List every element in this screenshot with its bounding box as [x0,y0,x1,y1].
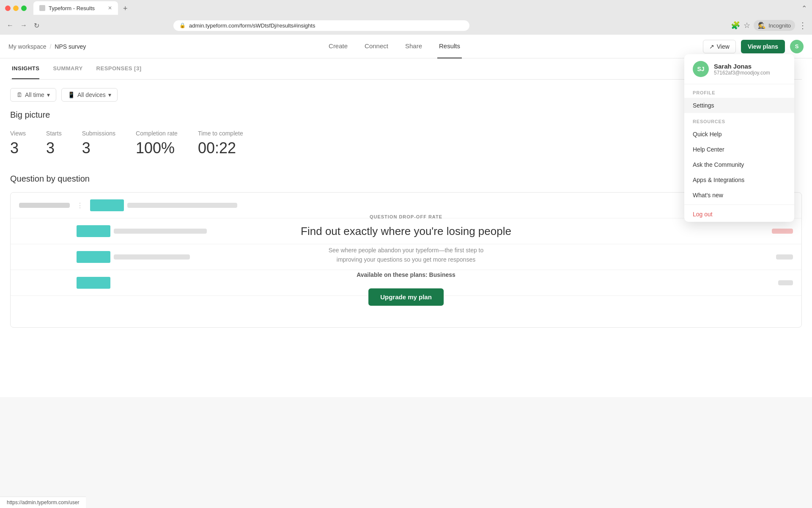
device-filter[interactable]: 📱 All devices ▾ [61,88,118,102]
forward-button[interactable]: → [19,20,29,31]
filters-row: 🗓 All time ▾ 📱 All devices ▾ [10,80,802,110]
nav-share[interactable]: Share [403,35,424,58]
qbq-dots-icon: ⋮ [77,202,83,210]
incognito-icon: 🕵️ [758,22,766,29]
tab-insights[interactable]: INSIGHTS [12,58,39,79]
browser-tabs: Typeform - Results ✕ + [33,1,131,15]
breadcrumb-home[interactable]: My workspace [8,43,46,50]
big-picture-section: Big picture Views 3 Starts 3 Submissions… [10,110,802,157]
qbq-gray-bar-3 [114,254,190,260]
lock-icon: 🔒 [179,22,186,28]
view-label: View [717,43,730,50]
time-filter[interactable]: 🗓 All time ▾ [10,88,56,102]
stat-completion: Completion rate 100% [136,130,178,157]
stat-starts: Starts 3 [46,130,62,157]
bookmark-icon[interactable]: ☆ [743,21,750,30]
overlay-title: Find out exactly where you're losing peo… [301,224,511,239]
header-actions: ↗ View View plans S [703,40,804,53]
incognito-label: Incognito [768,22,791,29]
time-filter-label: All time [25,91,44,98]
resources-section-label: RESOURCES [684,113,794,127]
tab-summary[interactable]: SUMMARY [53,58,82,79]
new-tab-button[interactable]: + [120,3,131,15]
stat-views: Views 3 [10,130,26,157]
big-picture-title: Big picture [10,110,802,120]
minimize-button[interactable] [13,6,19,11]
chevron-down-icon: ▾ [47,91,50,98]
dropdown-divider [684,204,794,205]
qbq-label-1 [19,203,70,208]
qbq-right-bar-4 [778,280,793,285]
settings-menu-item[interactable]: Settings [684,98,794,113]
overlay-label: QUESTION DROP-OFF RATE [301,214,511,219]
tab-title: Typeform - Results [49,5,95,11]
chevron-down-icon: ▾ [108,91,111,98]
address-bar[interactable]: 🔒 admin.typeform.com/form/sWDtsfDj/resul… [173,20,469,31]
ask-community-menu-item[interactable]: Ask the Community [684,157,794,172]
stat-submissions-value: 3 [82,139,115,157]
dropdown-user-info: Sarah Jonas 57162af3@moodjoy.com [714,63,770,76]
stat-time: Time to complete 00:22 [198,130,243,157]
overlay-desc: See where people abandon your typeform—t… [301,246,511,265]
device-icon: 📱 [68,91,75,98]
main-nav: Create Connect Share Results [327,35,462,58]
view-button[interactable]: ↗ View [703,40,736,53]
apps-integrations-menu-item[interactable]: Apps & Integrations [684,172,794,188]
nav-connect[interactable]: Connect [363,35,390,58]
browser-menu-button[interactable]: ⋮ [798,20,807,30]
incognito-badge: 🕵️ Incognito [754,20,795,31]
tab-close-icon[interactable]: ✕ [108,5,112,11]
stat-submissions: Submissions 3 [82,130,115,157]
refresh-button[interactable]: ↻ [32,20,41,31]
browser-nav: ← → ↻ 🔒 admin.typeform.com/form/sWDtsfDj… [0,16,812,35]
dropdown-avatar: SJ [693,61,709,77]
fullscreen-button[interactable] [21,6,27,11]
stat-views-label: Views [10,130,26,137]
view-icon: ↗ [709,43,714,50]
qbq-pink-bar-2 [772,229,793,234]
breadcrumb: My workspace / NPS survey [8,43,86,50]
qbq-teal-bar-4 [77,277,110,289]
qbq-gray-bar-1 [127,203,237,208]
dropdown-header: SJ Sarah Jonas 57162af3@moodjoy.com [684,54,794,84]
nav-results[interactable]: Results [437,35,462,58]
content-tabs: INSIGHTS SUMMARY RESPONSES [3] [10,58,802,80]
user-dropdown: SJ Sarah Jonas 57162af3@moodjoy.com PROF… [684,54,794,222]
stat-views-value: 3 [10,139,26,157]
qbq-gray-bar-2 [114,229,207,234]
stats-row: Views 3 Starts 3 Submissions 3 Completio… [10,130,802,157]
stat-time-value: 00:22 [198,139,243,157]
dropdown-user-email: 57162af3@moodjoy.com [714,70,770,76]
user-avatar[interactable]: S [790,40,804,53]
upgrade-button[interactable]: Upgrade my plan [368,288,444,306]
whats-new-menu-item[interactable]: What's new [684,188,794,203]
extensions-icon[interactable]: 🧩 [731,21,740,30]
nav-create[interactable]: Create [327,35,349,58]
breadcrumb-current: NPS survey [55,43,86,50]
close-button[interactable] [5,6,11,11]
stat-completion-label: Completion rate [136,130,178,137]
stat-submissions-label: Submissions [82,130,115,137]
window-controls[interactable]: ⌃ [801,4,807,12]
quick-help-menu-item[interactable]: Quick Help [684,127,794,142]
url-text: admin.typeform.com/form/sWDtsfDj/results… [189,22,315,29]
active-tab[interactable]: Typeform - Results ✕ [33,1,118,15]
dropdown-user-name: Sarah Jonas [714,63,770,70]
browser-actions: 🧩 ☆ 🕵️ Incognito ⋮ [731,20,807,31]
breadcrumb-separator: / [49,43,51,50]
qbq-teal-bar-2 [77,225,110,237]
logout-menu-item[interactable]: Log out [684,207,794,222]
drop-off-overlay: QUESTION DROP-OFF RATE Find out exactly … [275,197,537,323]
overlay-plans: Available on these plans: Business [301,271,511,278]
view-plans-button[interactable]: View plans [741,40,785,53]
device-filter-label: All devices [77,91,106,98]
traffic-lights [5,6,27,11]
question-section-title: Question by question [10,174,802,184]
qbq-teal-bar-3 [77,251,110,263]
stat-completion-value: 100% [136,139,178,157]
qbq-right-section-4 [778,280,793,285]
tab-responses[interactable]: RESPONSES [3] [96,58,142,79]
stat-time-label: Time to complete [198,130,243,137]
back-button[interactable]: ← [5,20,15,31]
help-center-menu-item[interactable]: Help Center [684,142,794,157]
